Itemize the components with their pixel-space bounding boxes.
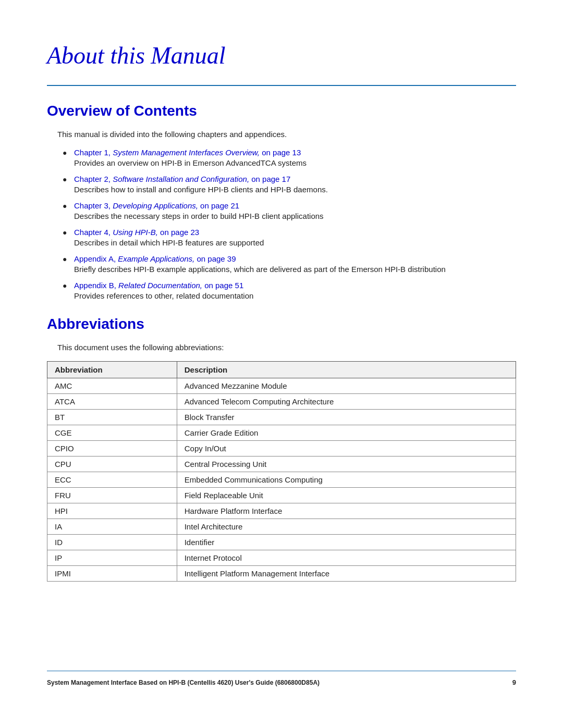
appB-suffix: on page 51	[202, 281, 243, 290]
desc-cell: Field Replaceable Unit	[177, 488, 516, 503]
table-row: IDIdentifier	[47, 535, 516, 550]
appA-prefix: Appendix A,	[74, 254, 118, 263]
toc-desc-3: Describes the necessary steps in order t…	[74, 212, 516, 220]
table-row: HPIHardware Platform Interface	[47, 503, 516, 519]
toc-desc-5: Briefly describes HPI-B example applicat…	[74, 265, 516, 274]
abbr-cell: IP	[47, 550, 177, 566]
abbreviations-table: Abbreviation Description AMCAdvanced Mez…	[47, 361, 516, 582]
abbr-cell: AMC	[47, 378, 177, 394]
table-row: IPInternet Protocol	[47, 550, 516, 566]
abbr-cell: CGE	[47, 425, 177, 441]
toc-link-ch4[interactable]: Chapter 4, Using HPI-B, on page 23	[74, 228, 199, 237]
table-row: CGECarrier Grade Edition	[47, 425, 516, 441]
page-title: About this Manual	[47, 42, 516, 69]
table-row: BTBlock Transfer	[47, 410, 516, 425]
table-row: ECCEmbedded Communications Computing	[47, 472, 516, 488]
ch4-italic: Using HPI-B,	[113, 228, 158, 237]
overview-intro: This manual is divided into the followin…	[57, 130, 516, 139]
overview-section: Overview of Contents This manual is divi…	[47, 103, 516, 300]
desc-cell: Copy In/Out	[177, 441, 516, 456]
ch1-prefix: Chapter 1,	[74, 148, 113, 157]
appB-italic: Related Documentation,	[118, 281, 202, 290]
footer-bar: System Management Interface Based on HPI…	[47, 678, 516, 686]
table-row: FRUField Replaceable Unit	[47, 488, 516, 503]
toc-item-4: Chapter 4, Using HPI-B, on page 23 Descr…	[63, 228, 516, 247]
toc-link-ch1[interactable]: Chapter 1, System Management Interfaces …	[74, 148, 301, 157]
toc-item-5: Appendix A, Example Applications, on pag…	[63, 254, 516, 274]
toc-link-3[interactable]: Chapter 3, Developing Applications, on p…	[74, 201, 516, 210]
ch4-prefix: Chapter 4,	[74, 228, 113, 237]
appA-italic: Example Applications,	[118, 254, 194, 263]
table-row: IPMIIntelligent Platform Management Inte…	[47, 566, 516, 582]
abbr-cell: CPIO	[47, 441, 177, 456]
desc-cell: Central Processing Unit	[177, 456, 516, 472]
abbreviations-section: Abbreviations This document uses the fol…	[47, 316, 516, 582]
toc-item-2: Chapter 2, Software Installation and Con…	[63, 175, 516, 194]
appA-suffix: on page 39	[194, 254, 236, 263]
abbr-cell: BT	[47, 410, 177, 425]
desc-cell: Block Transfer	[177, 410, 516, 425]
footer-page-number: 9	[512, 678, 516, 686]
table-row: ATCAAdvanced Telecom Computing Architect…	[47, 394, 516, 410]
toc-link-appA[interactable]: Appendix A, Example Applications, on pag…	[74, 254, 236, 263]
ch4-suffix: on page 23	[158, 228, 199, 237]
toc-link-5[interactable]: Appendix A, Example Applications, on pag…	[74, 254, 516, 263]
divider-rule	[47, 85, 516, 86]
desc-cell: Internet Protocol	[177, 550, 516, 566]
toc-link-2[interactable]: Chapter 2, Software Installation and Con…	[74, 175, 516, 183]
desc-cell: Advanced Mezzanine Module	[177, 378, 516, 394]
desc-cell: Identifier	[177, 535, 516, 550]
ch2-suffix: on page 17	[249, 175, 290, 183]
toc-desc-6: Provides references to other, related do…	[74, 291, 516, 300]
ch3-suffix: on page 21	[198, 201, 239, 210]
toc-link-6[interactable]: Appendix B, Related Documentation, on pa…	[74, 281, 516, 290]
desc-cell: Advanced Telecom Computing Architecture	[177, 394, 516, 410]
abbr-cell: FRU	[47, 488, 177, 503]
desc-cell: Intelligent Platform Management Interfac…	[177, 566, 516, 582]
ch1-italic: System Management Interfaces Overview,	[113, 148, 260, 157]
abbr-cell: ID	[47, 535, 177, 550]
table-row: AMCAdvanced Mezzanine Module	[47, 378, 516, 394]
table-row: CPUCentral Processing Unit	[47, 456, 516, 472]
toc-desc-4: Describes in detail which HPI-B features…	[74, 238, 516, 247]
table-header-row: Abbreviation Description	[47, 362, 516, 378]
table-row: CPIOCopy In/Out	[47, 441, 516, 456]
ch2-italic: Software Installation and Configuration,	[113, 175, 249, 183]
toc-link-1[interactable]: Chapter 1, System Management Interfaces …	[74, 148, 516, 157]
abbr-cell: IA	[47, 519, 177, 535]
content-main: About this Manual Overview of Contents T…	[47, 31, 516, 671]
abbr-cell: CPU	[47, 456, 177, 472]
abbreviations-intro: This document uses the following abbrevi…	[57, 343, 516, 352]
toc-link-ch3[interactable]: Chapter 3, Developing Applications, on p…	[74, 201, 239, 210]
toc-desc-2: Describes how to install and configure H…	[74, 185, 516, 194]
toc-list: Chapter 1, System Management Interfaces …	[63, 148, 516, 300]
ch2-prefix: Chapter 2,	[74, 175, 113, 183]
abbr-cell: HPI	[47, 503, 177, 519]
toc-link-appB[interactable]: Appendix B, Related Documentation, on pa…	[74, 281, 243, 290]
desc-cell: Intel Architecture	[177, 519, 516, 535]
abbr-cell: ATCA	[47, 394, 177, 410]
toc-item-1: Chapter 1, System Management Interfaces …	[63, 148, 516, 167]
abbreviations-title: Abbreviations	[47, 316, 516, 332]
toc-link-ch2[interactable]: Chapter 2, Software Installation and Con…	[74, 175, 290, 183]
toc-link-4[interactable]: Chapter 4, Using HPI-B, on page 23	[74, 228, 516, 237]
footer-rule	[47, 671, 516, 671]
ch3-italic: Developing Applications,	[113, 201, 198, 210]
toc-item-6: Appendix B, Related Documentation, on pa…	[63, 281, 516, 300]
col-header-abbreviation: Abbreviation	[47, 362, 177, 378]
overview-title: Overview of Contents	[47, 103, 516, 119]
appB-prefix: Appendix B,	[74, 281, 118, 290]
abbr-cell: IPMI	[47, 566, 177, 582]
ch1-suffix: on page 13	[260, 148, 301, 157]
toc-item-3: Chapter 3, Developing Applications, on p…	[63, 201, 516, 220]
page-container: About this Manual Overview of Contents T…	[0, 0, 563, 728]
footer-text: System Management Interface Based on HPI…	[47, 679, 320, 686]
desc-cell: Carrier Grade Edition	[177, 425, 516, 441]
toc-desc-1: Provides an overview on HPI-B in Emerson…	[74, 158, 516, 167]
abbr-cell: ECC	[47, 472, 177, 488]
table-row: IAIntel Architecture	[47, 519, 516, 535]
desc-cell: Hardware Platform Interface	[177, 503, 516, 519]
ch3-prefix: Chapter 3,	[74, 201, 113, 210]
desc-cell: Embedded Communications Computing	[177, 472, 516, 488]
col-header-description: Description	[177, 362, 516, 378]
